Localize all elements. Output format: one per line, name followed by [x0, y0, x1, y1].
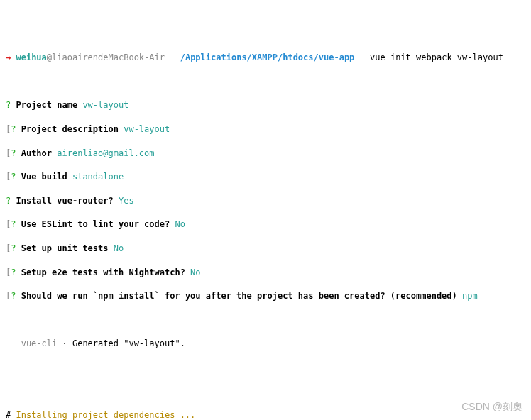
prompt-at: @ [47, 52, 52, 62]
q-vue-build: [? Vue build standalone [6, 171, 525, 183]
question-mark-icon: ? [6, 196, 16, 206]
q-eslint: [? Use ESLint to lint your code? No [6, 219, 525, 231]
question-mark-icon: ? [6, 100, 16, 110]
q-project-desc: [? Project description vw-layout [6, 123, 525, 136]
q-e2e: [? Setup e2e tests with Nightwatch? No [6, 267, 525, 279]
prompt-line: → weihua@liaoairendeMacBook-Air /Applica… [6, 52, 525, 64]
q-unit: [? Set up unit tests No [6, 243, 525, 255]
install-header: # Installing project dependencies ... [6, 409, 525, 420]
prompt-cwd: /Applications/XAMPP/htdocs/vue-app [180, 52, 355, 62]
question-mark-icon: ? [11, 172, 21, 182]
generated-line: vue-cli · Generated "vw-layout". [6, 338, 525, 350]
question-mark-icon: ? [11, 267, 21, 277]
question-mark-icon: ? [11, 243, 21, 253]
q-author: [? Author airenliao@gmail.com [6, 148, 525, 160]
q-project-name: ? Project name vw-layout [6, 99, 525, 111]
prompt-arrow: → [6, 52, 16, 62]
prompt-user: weihua [16, 52, 46, 62]
prompt-cmd: vue init webpack vw-layout [370, 52, 503, 62]
q-npm-install: [? Should we run `npm install` for you a… [6, 290, 525, 302]
watermark: CSDN @刻奧 [461, 400, 522, 414]
prompt-host: liaoairendeMacBook-Air [52, 52, 165, 62]
q-router: ? Install vue-router? Yes [6, 195, 525, 207]
blank [6, 76, 525, 88]
question-mark-icon: ? [11, 291, 21, 301]
question-mark-icon: ? [11, 124, 21, 134]
question-mark-icon: ? [11, 219, 21, 229]
question-mark-icon: ? [11, 148, 21, 158]
